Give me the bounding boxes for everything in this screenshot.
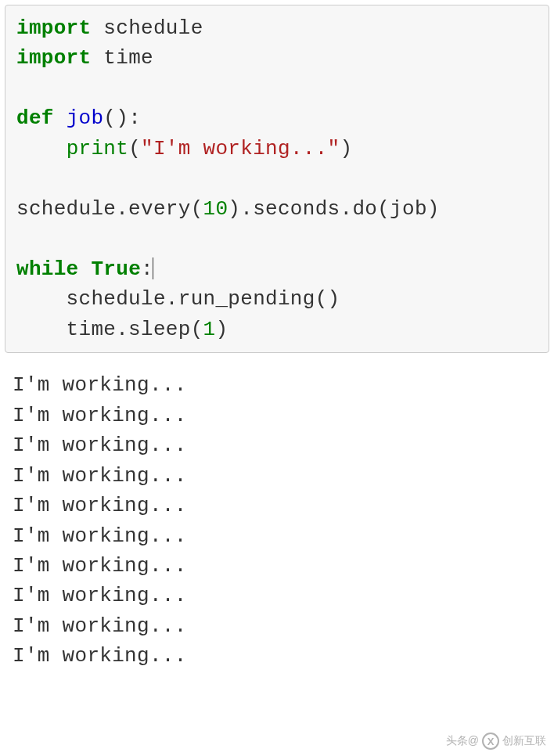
code-token: ) xyxy=(340,137,353,160)
code-line: print("I'm working...") xyxy=(16,134,538,164)
output-line: I'm working... xyxy=(13,461,541,491)
output-block: I'm working...I'm working...I'm working.… xyxy=(0,358,554,684)
code-line: import time xyxy=(16,43,538,73)
code-line: import schedule xyxy=(16,13,538,43)
code-token: time xyxy=(91,46,153,70)
code-token: job xyxy=(67,106,104,130)
watermark-logo-icon: X xyxy=(482,733,499,750)
output-line: I'm working... xyxy=(13,581,541,610)
code-line: while True: xyxy=(16,254,538,284)
code-line: time.sleep(1) xyxy=(16,315,538,344)
code-token: schedule.every( xyxy=(16,197,203,221)
code-line xyxy=(16,224,538,254)
output-line: I'm working... xyxy=(13,401,541,430)
watermark: 头条@ X 创新互联 xyxy=(446,733,546,750)
output-line: I'm working... xyxy=(13,641,541,671)
code-token: 1 xyxy=(203,318,216,341)
code-token: ( xyxy=(128,137,141,160)
output-line: I'm working... xyxy=(13,491,541,520)
code-token xyxy=(54,106,67,130)
code-token: import xyxy=(16,46,91,70)
code-token: True xyxy=(91,257,141,281)
code-token: (): xyxy=(103,106,141,130)
code-token: : xyxy=(141,257,153,281)
code-block: import scheduleimport time def job(): pr… xyxy=(5,5,549,353)
watermark-prefix: 头条@ xyxy=(446,734,479,748)
output-line: I'm working... xyxy=(13,370,541,400)
code-line xyxy=(16,74,538,103)
code-token xyxy=(16,137,67,160)
code-line: schedule.run_pending() xyxy=(16,284,538,314)
code-token: import xyxy=(16,16,91,40)
output-line: I'm working... xyxy=(13,430,541,460)
output-line: I'm working... xyxy=(13,551,541,581)
code-token: def xyxy=(16,106,54,130)
code-line: schedule.every(10).seconds.do(job) xyxy=(16,194,538,224)
code-token: "I'm working..." xyxy=(141,137,340,160)
code-token: ) xyxy=(215,318,228,341)
code-line: def job(): xyxy=(16,103,538,133)
code-token: while xyxy=(16,257,79,281)
text-cursor xyxy=(153,257,153,280)
code-token: print xyxy=(67,137,129,160)
output-line: I'm working... xyxy=(13,521,541,551)
code-token: 10 xyxy=(203,197,228,221)
code-token: schedule.run_pending() xyxy=(16,287,340,311)
code-token: ).seconds.do(job) xyxy=(228,197,439,221)
watermark-brand: 创新互联 xyxy=(502,734,546,748)
code-token: time.sleep( xyxy=(16,318,203,341)
code-line xyxy=(16,164,538,193)
output-line: I'm working... xyxy=(13,611,541,641)
code-token xyxy=(79,257,92,281)
code-token: schedule xyxy=(91,16,203,40)
